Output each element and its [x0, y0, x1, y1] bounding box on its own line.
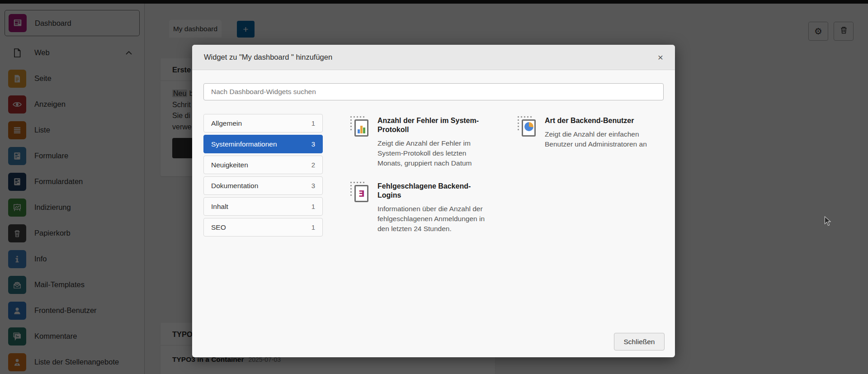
bar-chart-widget-icon	[350, 116, 372, 138]
widget-list: Anzahl der Fehler im System-Protokoll Ze…	[350, 116, 653, 234]
close-icon[interactable]: ×	[658, 52, 663, 62]
widget-item-description: Zeigt die Anzahl der einfachen Benutzer …	[545, 129, 653, 149]
modal-title: Widget zu "My dashboard " hinzufügen	[204, 53, 332, 62]
modal-header: Widget zu "My dashboard " hinzufügen ×	[192, 45, 675, 70]
mouse-cursor	[824, 216, 832, 228]
category-allgemein[interactable]: Allgemein1	[203, 114, 323, 133]
widget-item-title: Fehlgeschlagene Backend-Logins	[377, 182, 493, 200]
widget-item-backend-user-types[interactable]: Art der Backend-Benutzer Zeigt die Anzah…	[518, 116, 653, 149]
category-dokumentation[interactable]: Dokumentation3	[203, 176, 323, 195]
widget-item-description: Informationen über die Anzahl der fehlge…	[377, 204, 493, 234]
category-neuigkeiten[interactable]: Neuigkeiten2	[203, 156, 323, 174]
widget-item-description: Zeigt die Anzahl der Fehler im System-Pr…	[377, 138, 493, 168]
widget-category-list: Allgemein1 Systeminformationen3 Neuigkei…	[203, 114, 323, 237]
add-widget-modal: Widget zu "My dashboard " hinzufügen × A…	[192, 45, 675, 357]
widget-item-system-log-errors[interactable]: Anzahl der Fehler im System-Protokoll Ze…	[350, 116, 502, 168]
widget-item-failed-backend-logins[interactable]: Ǝ Fehlgeschlagene Backend-Logins Informa…	[350, 182, 502, 234]
category-inhalt[interactable]: Inhalt1	[203, 197, 323, 216]
widget-item-title: Art der Backend-Benutzer	[545, 116, 653, 125]
typo3-backend: Dashboard Web Seite Anzeigen	[0, 0, 868, 374]
number-list-widget-icon: Ǝ	[350, 182, 372, 204]
widget-item-title: Anzahl der Fehler im System-Protokoll	[377, 116, 493, 134]
schliessen-button[interactable]: Schließen	[614, 333, 665, 350]
widget-search-input[interactable]	[203, 83, 664, 100]
category-systeminformationen[interactable]: Systeminformationen3	[203, 135, 323, 153]
category-seo[interactable]: SEO1	[203, 218, 323, 237]
pie-chart-widget-icon	[518, 116, 539, 138]
